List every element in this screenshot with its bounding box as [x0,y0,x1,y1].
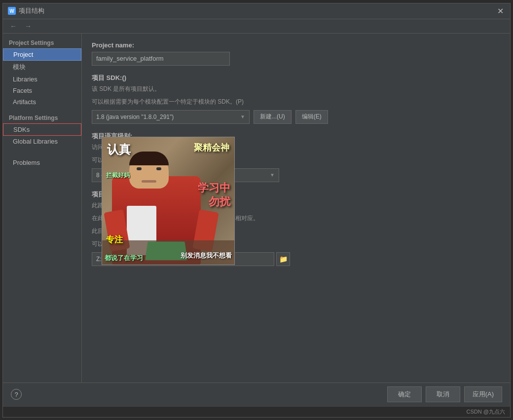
meme-text-bottomleft: 专注 [106,234,123,245]
help-button[interactable]: ? [11,389,22,400]
bottom-bar: CSDN @九点六 [3,406,510,417]
sdk-select[interactable]: 1.8 (java version "1.8.0_291") ▼ [92,110,250,124]
new-sdk-button[interactable]: 新建...(U) [254,110,292,124]
sidebar-item-libraries[interactable]: Libraries [3,74,81,85]
sidebar: Project Settings Project 模块 Libraries Fa… [3,34,82,382]
footer-right: 确定 取消 应用(A) [387,386,502,402]
meme-eye-left [137,167,142,170]
close-button[interactable]: ✕ [495,6,505,16]
folder-browse-button[interactable]: 📁 [276,252,290,266]
forward-button[interactable]: → [23,21,34,31]
confirm-button[interactable]: 确定 [387,386,422,402]
folder-icon: 📁 [279,255,288,263]
platform-settings-section: Platform Settings [3,113,81,123]
sdk-select-value: 1.8 (java version "1.8.0_291") [96,114,174,120]
window-title: 项目结构 [19,6,44,15]
app-icon: W [8,7,16,15]
sidebar-item-global-libraries[interactable]: Global Libraries [3,136,81,147]
dialog-content: Project Settings Project 模块 Libraries Fa… [3,34,510,382]
sdk-section: 项目 SDK:() 该 SDK 是所有项目默认。 可以根据需要为每个模块配置一个… [92,74,500,124]
bottom-bar-text: CSDN @九点六 [467,408,505,416]
nav-bar: ← → [3,19,510,34]
meme-canvas: 认真 聚精会神 学习中 勿扰 专注 别发消息我不想看 都说了在学习 拦截好妈 [102,137,234,265]
project-name-label: Project name: [92,41,500,49]
sidebar-item-project[interactable]: Project [3,48,81,61]
meme-text-bottommid: 别发消息我不想看 [181,251,232,260]
lang-select-arrow: ▼ [270,172,275,178]
sidebar-item-modules[interactable]: 模块 [3,61,81,74]
meme-text-topleft: 认真 [107,142,131,157]
apply-button[interactable]: 应用(A) [464,386,502,402]
meme-image: 认真 聚精会神 学习中 勿扰 专注 别发消息我不想看 都说了在学习 拦截好妈 [102,137,235,265]
meme-text-topright: 聚精会神 [194,142,229,153]
meme-eye-right [156,167,161,170]
meme-text-midright: 学习中 勿扰 [198,181,230,209]
sidebar-item-problems[interactable]: Problems [3,157,81,168]
meme-hair [129,152,169,165]
edit-sdk-button[interactable]: 编辑(E) [295,110,328,124]
meme-head [129,152,169,189]
sdk-row: 1.8 (java version "1.8.0_291") ▼ 新建...(U… [92,110,500,124]
back-button[interactable]: ← [8,21,19,31]
sidebar-item-facets[interactable]: Facets [3,85,81,96]
project-settings-section: Project Settings [3,38,81,48]
title-bar: W 项目结构 ✕ [3,3,510,19]
sidebar-item-sdks[interactable]: SDKs [3,123,81,136]
meme-mouth [142,180,156,183]
cancel-button[interactable]: 取消 [426,386,460,402]
meme-text-bottomtext: 都说了在学习 [105,254,143,263]
sdk-select-arrow: ▼ [240,114,245,119]
project-name-input[interactable] [92,52,230,66]
sidebar-item-artifacts[interactable]: Artifacts [3,96,81,108]
project-structure-dialog: W 项目结构 ✕ ← → Project Settings Project 模块… [2,3,511,418]
sdk-title: 项目 SDK:() [92,74,500,82]
meme-watermark: 拦截好妈 [106,171,130,180]
title-bar-left: W 项目结构 [8,6,44,15]
footer: ? 确定 取消 应用(A) [3,382,510,406]
footer-left: ? [11,389,22,400]
sdk-desc-2: 可以根据需要为每个模块配置一个特定于模块的 SDK。(P) [92,97,500,106]
sdk-desc-1: 该 SDK 是所有项目默认。 [92,84,500,93]
project-name-section: Project name: [92,41,500,66]
